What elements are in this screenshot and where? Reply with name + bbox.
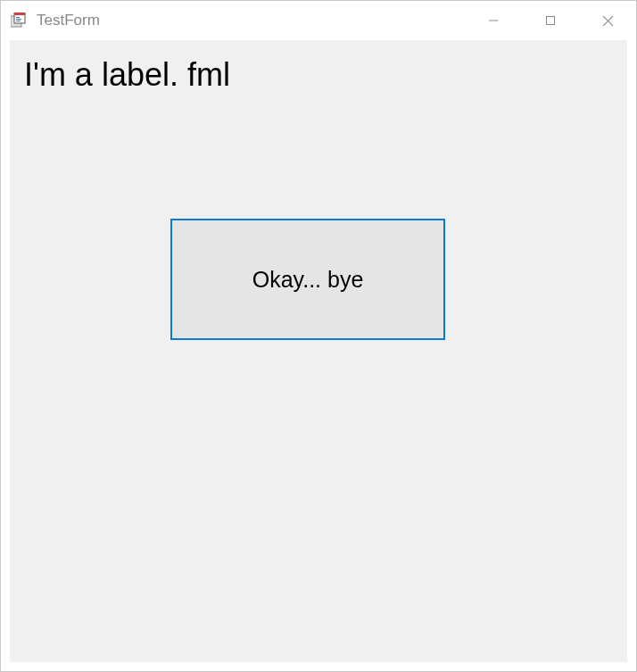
svg-rect-7 — [547, 17, 555, 25]
titlebar[interactable]: TestForm — [1, 1, 636, 40]
button-label: Okay... bye — [252, 267, 364, 293]
maximize-button[interactable] — [522, 1, 579, 40]
status-label: I'm a label. fml — [24, 56, 230, 94]
minimize-button[interactable] — [465, 1, 522, 40]
ok-button[interactable]: Okay... bye — [170, 219, 445, 340]
close-button[interactable] — [579, 1, 636, 40]
svg-rect-5 — [16, 21, 21, 21]
app-icon — [10, 12, 28, 29]
form-client-area: I'm a label. fml Okay... bye — [10, 40, 627, 662]
window-title: TestForm — [37, 12, 465, 29]
svg-rect-2 — [14, 12, 25, 15]
svg-rect-4 — [16, 19, 21, 20]
window-controls — [465, 1, 636, 40]
svg-rect-3 — [16, 17, 20, 18]
application-window: TestForm I'm a label. fml Okay... bye — [0, 0, 637, 672]
